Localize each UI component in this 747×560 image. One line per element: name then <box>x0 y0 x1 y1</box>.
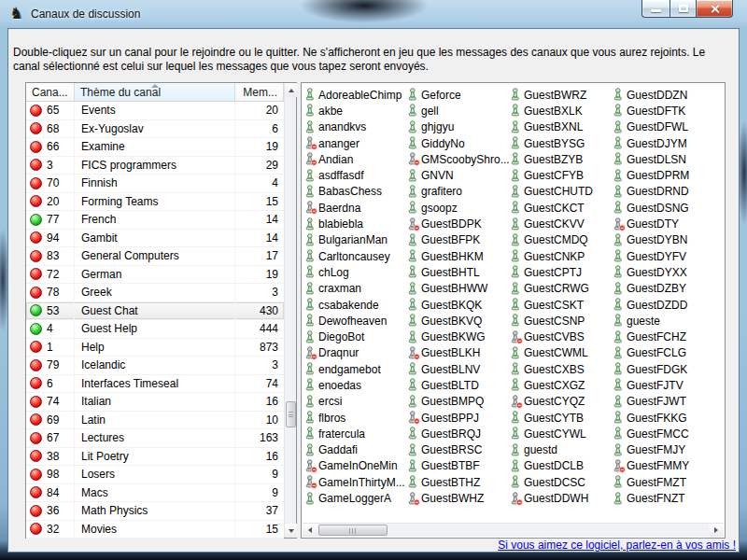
channel-row[interactable]: 67Lectures163 <box>26 429 284 448</box>
user-item[interactable]: Baerdna <box>304 200 407 216</box>
user-item[interactable]: GuestCSKT <box>510 297 613 313</box>
channel-row[interactable]: 70Finnish4 <box>26 175 284 193</box>
user-item[interactable]: GuestBMPQ <box>407 394 510 410</box>
channel-row[interactable]: 68Ex-Yugoslav6 <box>26 120 284 139</box>
user-item[interactable]: fratercula <box>304 426 407 441</box>
user-item[interactable]: GuestDLSN <box>613 151 715 167</box>
user-item[interactable]: GuestDJYM <box>613 135 715 151</box>
user-item[interactable]: Carltoncausey <box>304 248 407 264</box>
user-item[interactable]: BulgarianMan <box>304 232 407 248</box>
user-item[interactable]: ghjgyu <box>407 119 510 135</box>
user-item[interactable]: gsoopz <box>407 200 510 216</box>
user-item[interactable]: GameInOneMin <box>304 458 407 474</box>
channel-row[interactable]: 69Latin10 <box>26 412 284 430</box>
titlebar[interactable]: ♞ Canaux de discussion <box>0 0 747 28</box>
user-item[interactable]: AdoreableChimp <box>304 87 407 103</box>
user-item[interactable]: GuestDYXX <box>613 264 715 280</box>
user-item[interactable]: GuestDFTK <box>613 103 715 119</box>
share-app-link[interactable]: Si vous aimez ce logiciel, parlez-en à v… <box>498 539 736 552</box>
user-item[interactable]: flbros <box>304 410 407 426</box>
user-item[interactable]: GuestBKQK <box>407 297 510 313</box>
user-item[interactable]: endgamebot <box>304 361 407 377</box>
user-item[interactable]: GuestBHTL <box>407 264 510 280</box>
channel-row[interactable]: 38Lit Poetry16 <box>26 448 284 467</box>
user-item[interactable]: GuestDSNG <box>613 200 715 216</box>
user-item[interactable]: GuestFJWT <box>613 394 715 410</box>
user-item[interactable]: GameInThirtyM... <box>304 474 407 490</box>
user-item[interactable]: gueste <box>613 313 715 329</box>
user-item[interactable]: GuestFKKG <box>613 410 715 426</box>
vertical-scrollbar-thumb[interactable] <box>286 401 296 427</box>
user-item[interactable]: GuestDZDD <box>613 297 715 313</box>
user-item[interactable]: GuestFNZT <box>613 490 715 506</box>
user-item[interactable]: GuestBPPJ <box>407 410 510 426</box>
channel-vertical-scrollbar[interactable] <box>284 83 296 538</box>
user-item[interactable]: GuestDDZN <box>613 87 715 103</box>
user-item[interactable]: GuestDYFV <box>613 248 715 264</box>
user-item[interactable]: GuestBLKH <box>407 345 510 361</box>
user-item[interactable]: Geforce <box>407 87 510 103</box>
user-item[interactable]: GuestBZYB <box>510 151 613 167</box>
user-item[interactable]: GuestBHWW <box>407 281 510 297</box>
scroll-down-button[interactable] <box>285 524 297 538</box>
channel-row[interactable]: 3FICS programmers29 <box>26 157 284 175</box>
user-item[interactable]: GuestBRSC <box>407 442 510 458</box>
user-item[interactable]: gell <box>407 103 510 119</box>
user-item[interactable]: GuestCNKP <box>510 248 613 264</box>
user-item[interactable]: GiddyNo <box>407 135 510 151</box>
channel-row[interactable]: 1Help873 <box>26 339 284 357</box>
user-item[interactable]: chLog <box>304 264 407 280</box>
user-item[interactable]: GuestDDWH <box>510 490 613 506</box>
user-item[interactable]: GuestCHUTD <box>510 184 613 200</box>
user-item[interactable]: GuestDRND <box>613 184 715 200</box>
user-item[interactable]: GuestCXBS <box>510 361 613 377</box>
channel-row[interactable]: 79Icelandic3 <box>26 357 284 375</box>
user-item[interactable]: GuestFMJY <box>613 442 715 458</box>
user-item[interactable]: GuestBWRZ <box>510 87 613 103</box>
channel-row[interactable]: 20Forming Teams15 <box>26 193 284 212</box>
channel-row[interactable]: 94Gambit14 <box>26 230 284 248</box>
user-item[interactable]: Draqnur <box>304 345 407 361</box>
channel-row[interactable]: 65Events20 <box>26 102 284 120</box>
user-item[interactable]: GuestCVBS <box>510 329 613 344</box>
user-item[interactable]: GNVN <box>407 167 510 183</box>
scroll-left-button[interactable] <box>303 524 317 537</box>
user-item[interactable]: csabakende <box>304 297 407 313</box>
user-item[interactable]: GuestCXGZ <box>510 377 613 393</box>
user-item[interactable]: GuestCPTJ <box>510 264 613 280</box>
user-item[interactable]: grafitero <box>407 184 510 200</box>
channel-row[interactable]: 53Guest Chat430 <box>26 302 284 321</box>
user-item[interactable]: GuestFDGK <box>613 361 715 377</box>
user-item[interactable]: DiegoBot <box>304 329 407 344</box>
user-item[interactable]: GuestFMZT <box>613 474 715 490</box>
scroll-up-button[interactable] <box>285 83 297 97</box>
user-item[interactable]: GameLoggerA <box>304 490 407 506</box>
user-item[interactable]: Andian <box>304 151 407 167</box>
user-item[interactable]: GuestCKVV <box>510 216 613 231</box>
user-item[interactable]: GuestBLTD <box>407 377 510 393</box>
user-item[interactable]: GuestCFYB <box>510 167 613 183</box>
user-item[interactable]: asdffasdf <box>304 167 407 183</box>
channel-row[interactable]: 77French14 <box>26 211 284 230</box>
user-item[interactable]: GuestFJTV <box>613 377 715 393</box>
user-item[interactable]: GuestBXNL <box>510 119 613 135</box>
user-item[interactable]: GuestCSNP <box>510 313 613 329</box>
user-item[interactable]: GuestCRWG <box>510 281 613 297</box>
user-item[interactable]: blabiebla <box>304 216 407 231</box>
user-item[interactable]: GuestBTHZ <box>407 474 510 490</box>
user-item[interactable]: Gaddafi <box>304 442 407 458</box>
channel-row[interactable]: 36Math Physics37 <box>26 502 284 521</box>
user-item[interactable]: GuestBKWG <box>407 329 510 344</box>
user-item[interactable]: GuestFCLG <box>613 345 715 361</box>
horizontal-scrollbar-thumb[interactable] <box>318 525 388 536</box>
user-item[interactable]: GuestFMCC <box>613 426 715 441</box>
column-header-members[interactable]: Mem... <box>235 83 284 101</box>
user-item[interactable]: GuestCMDQ <box>510 232 613 248</box>
user-item[interactable]: GuestCYTB <box>510 410 613 426</box>
user-item[interactable]: GuestCYQZ <box>510 394 613 410</box>
user-item[interactable]: GuestBWHZ <box>407 490 510 506</box>
user-item[interactable]: anandkvs <box>304 119 407 135</box>
user-item[interactable]: guestd <box>510 442 613 458</box>
channel-row[interactable]: 72German19 <box>26 266 284 285</box>
user-item[interactable]: GuestFCHZ <box>613 329 715 344</box>
